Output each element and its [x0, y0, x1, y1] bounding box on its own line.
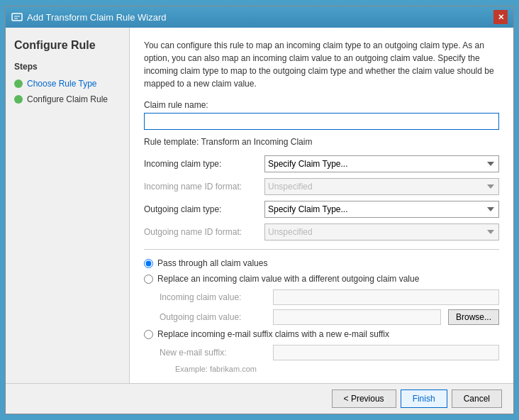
radio-replace-value-label: Replace an incoming claim value with a d… — [157, 274, 419, 284]
close-button[interactable]: ✕ — [493, 10, 508, 24]
step-dot-configure — [14, 95, 23, 104]
radio-pass-through-input[interactable] — [144, 259, 153, 268]
incoming-claim-value-row: Incoming claim value: — [160, 289, 499, 305]
page-title: Configure Rule — [14, 39, 121, 52]
steps-heading: Steps — [14, 62, 121, 72]
example-text: Example: fabrikam.com — [175, 365, 499, 373]
divider — [144, 249, 499, 250]
outgoing-claim-type-select[interactable]: Specify Claim Type... — [264, 201, 499, 218]
sidebar-label-choose-rule-type: Choose Rule Type — [27, 79, 97, 89]
new-email-suffix-label: New e-mail suffix: — [160, 348, 266, 358]
outgoing-claim-value-label: Outgoing claim value: — [160, 312, 266, 322]
incoming-claim-type-label: Incoming claim type: — [144, 159, 257, 169]
claim-rule-name-input[interactable] — [144, 113, 499, 130]
radio-replace-email[interactable]: Replace incoming e-mail suffix claims wi… — [144, 329, 499, 339]
previous-button[interactable]: < Previous — [332, 389, 396, 408]
incoming-name-id-row: Incoming name ID format: Unspecified — [144, 178, 499, 195]
rule-template-label: Rule template: Transform an Incoming Cla… — [144, 137, 499, 147]
content-area: Configure Rule Steps Choose Rule Type Co… — [6, 28, 513, 383]
claim-rule-name-group: Claim rule name: — [144, 100, 499, 130]
incoming-claim-value-input[interactable] — [273, 289, 499, 305]
footer: < Previous Finish Cancel — [6, 383, 513, 414]
main-content: You can configure this rule to map an in… — [130, 28, 513, 383]
radio-replace-value-input[interactable] — [144, 275, 153, 284]
incoming-name-id-select[interactable]: Unspecified — [264, 178, 499, 195]
outgoing-claim-value-row: Outgoing claim value: Browse... — [160, 309, 499, 325]
new-email-suffix-row: New e-mail suffix: — [160, 345, 499, 360]
outgoing-name-id-select[interactable]: Unspecified — [264, 223, 499, 241]
outgoing-claim-type-label: Outgoing claim type: — [144, 204, 257, 214]
svg-rect-0 — [12, 13, 22, 21]
sidebar-item-choose-rule-type[interactable]: Choose Rule Type — [14, 79, 121, 89]
incoming-name-id-label: Incoming name ID format: — [144, 182, 257, 192]
outgoing-name-id-label: Outgoing name ID format: — [144, 227, 257, 237]
replace-value-fields: Incoming claim value: Outgoing claim val… — [160, 289, 499, 325]
radio-pass-through-label: Pass through all claim values — [157, 258, 267, 268]
new-email-suffix-input[interactable] — [273, 345, 499, 360]
incoming-claim-type-row: Incoming claim type: Specify Claim Type.… — [144, 155, 499, 172]
description-text: You can configure this rule to map an in… — [144, 39, 499, 90]
outgoing-name-id-row: Outgoing name ID format: Unspecified — [144, 223, 499, 241]
radio-replace-email-label: Replace incoming e-mail suffix claims wi… — [157, 329, 389, 339]
radio-replace-value[interactable]: Replace an incoming claim value with a d… — [144, 274, 499, 284]
claim-rule-name-label: Claim rule name: — [144, 100, 499, 110]
sidebar-item-configure-claim-rule[interactable]: Configure Claim Rule — [14, 94, 121, 104]
incoming-claim-type-select[interactable]: Specify Claim Type... — [264, 155, 499, 172]
wizard-window: Add Transform Claim Rule Wizard ✕ Config… — [5, 6, 514, 414]
window-icon — [11, 11, 23, 23]
radio-pass-through[interactable]: Pass through all claim values — [144, 258, 499, 268]
sidebar: Configure Rule Steps Choose Rule Type Co… — [6, 28, 130, 383]
finish-button[interactable]: Finish — [401, 389, 447, 408]
title-bar: Add Transform Claim Rule Wizard ✕ — [6, 6, 513, 28]
browse-button[interactable]: Browse... — [448, 309, 499, 325]
step-dot-choose — [14, 79, 23, 88]
window-title: Add Transform Claim Rule Wizard — [27, 12, 167, 23]
cancel-button[interactable]: Cancel — [452, 389, 502, 408]
outgoing-claim-type-row: Outgoing claim type: Specify Claim Type.… — [144, 201, 499, 218]
incoming-claim-value-label: Incoming claim value: — [160, 292, 266, 302]
radio-replace-email-input[interactable] — [144, 330, 153, 339]
replace-email-fields: New e-mail suffix: Example: fabrikam.com — [160, 345, 499, 373]
outgoing-claim-value-input[interactable] — [273, 309, 441, 325]
title-bar-left: Add Transform Claim Rule Wizard — [11, 11, 167, 23]
sidebar-label-configure-claim-rule: Configure Claim Rule — [27, 94, 108, 104]
